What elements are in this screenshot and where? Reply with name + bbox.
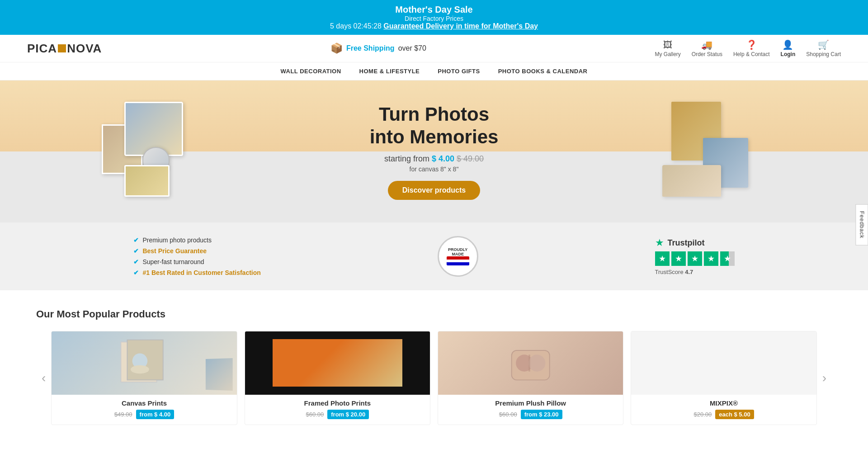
product-name-framed: Framed Photo Prints bbox=[301, 399, 375, 407]
star-1: ★ bbox=[655, 251, 670, 266]
nav-photo-gifts[interactable]: PHOTO GIFTS bbox=[438, 68, 480, 75]
order-status-label: Order Status bbox=[692, 51, 722, 57]
guarantee-link[interactable]: Guaranteed Delivery in time for Mother's… bbox=[383, 22, 538, 30]
nav-home-lifestyle[interactable]: HOME & LIFESTYLE bbox=[359, 68, 420, 75]
logo[interactable]: PICA NOVA bbox=[27, 42, 102, 56]
trustpilot-logo: ★ Trustpilot bbox=[655, 237, 705, 249]
logo-square-icon bbox=[58, 44, 66, 52]
header-nav-my-gallery[interactable]: 🖼 My Gallery bbox=[655, 40, 681, 57]
products-section-title: Our Most Popular Products bbox=[36, 308, 832, 320]
products-grid: Canvas Prints $49.00 from $ 4.00 Framed … bbox=[51, 331, 816, 425]
products-carousel: ‹ Canvas Prints $49.00 from $ 4.00 bbox=[36, 331, 832, 425]
trust-item-price-guarantee: ✔ Best Price Guarantee bbox=[133, 247, 260, 255]
hero-img-book bbox=[124, 165, 170, 197]
product-new-price-pillow: from $ 23.00 bbox=[521, 410, 562, 419]
nav-wall-decoration[interactable]: WALL DECORATION bbox=[280, 68, 341, 75]
logo-text-right: NOVA bbox=[67, 42, 102, 56]
top-banner: Mother's Day Sale Direct Factory Prices … bbox=[0, 0, 868, 35]
product-old-price-pillow: $60.00 bbox=[499, 411, 517, 418]
product-new-price-framed: from $ 20.00 bbox=[327, 410, 369, 419]
countdown-timer: 5 days 02:45:28 bbox=[330, 22, 382, 30]
free-shipping-label: Free Shipping bbox=[346, 44, 395, 52]
hero-canvas-note: for canvas 8" x 8" bbox=[285, 165, 583, 173]
feedback-tab[interactable]: Feedback bbox=[856, 204, 868, 245]
product-card-canvas[interactable]: Canvas Prints $49.00 from $ 4.00 bbox=[51, 331, 237, 425]
svg-rect-7 bbox=[528, 354, 530, 371]
svg-point-3 bbox=[131, 365, 149, 373]
pillow-svg bbox=[457, 338, 604, 388]
sale-subtitle: Direct Factory Prices bbox=[9, 15, 859, 22]
hero-price-new: $ 4.00 bbox=[432, 154, 454, 163]
product-name-canvas: Canvas Prints bbox=[118, 399, 170, 407]
user-icon: 👤 bbox=[782, 39, 793, 50]
check-icon-4: ✔ bbox=[133, 269, 139, 276]
products-section: Our Most Popular Products ‹ Canvas Print… bbox=[0, 290, 868, 443]
trustpilot-star-icon: ★ bbox=[655, 237, 664, 249]
product-new-price-canvas: from $ 4.00 bbox=[136, 410, 175, 419]
hero-section: Turn Photos into Memories starting from … bbox=[0, 80, 868, 222]
hero-collage-right bbox=[662, 102, 771, 201]
proudly-made-badge: PROUDLY MADE★IN THE USA bbox=[438, 236, 478, 277]
hero-left-images bbox=[27, 102, 276, 201]
canvas-svg bbox=[70, 338, 218, 388]
free-shipping-suffix: over $70 bbox=[398, 44, 426, 52]
header-nav: 🖼 My Gallery 🚚 Order Status ❓ Help & Con… bbox=[655, 39, 841, 57]
hero-right-images bbox=[592, 102, 841, 201]
product-old-price-canvas: $49.00 bbox=[114, 411, 132, 418]
truck-icon: 🚚 bbox=[701, 39, 712, 50]
product-prices-canvas: $49.00 from $ 4.00 bbox=[114, 410, 174, 419]
product-card-mixpix[interactable]: MIXPIX® $20.00 each $ 5.00 bbox=[631, 331, 816, 425]
hero-img-roll bbox=[662, 165, 721, 197]
product-img-framed bbox=[245, 331, 430, 395]
product-card-pillow[interactable]: Premium Plush Pillow $60.00 from $ 23.00 bbox=[438, 331, 623, 425]
product-prices-pillow: $60.00 from $ 23.00 bbox=[499, 410, 562, 419]
trust-bar: ✔ Premium photo products ✔ Best Price Gu… bbox=[0, 222, 868, 290]
discover-products-button[interactable]: Discover products bbox=[388, 181, 480, 200]
header-nav-order-status[interactable]: 🚚 Order Status bbox=[692, 39, 722, 57]
star-3: ★ bbox=[688, 251, 702, 266]
nav-photo-books[interactable]: PHOTO BOOKS & CALENDAR bbox=[498, 68, 588, 75]
my-gallery-label: My Gallery bbox=[655, 51, 681, 57]
trustpilot-block: ★ Trustpilot ★ ★ ★ ★ ★ TrustScore 4.7 bbox=[655, 237, 735, 275]
star-5-half: ★ bbox=[720, 251, 735, 266]
header-nav-cart[interactable]: 🛒 Shopping Cart bbox=[806, 39, 841, 57]
product-name-mixpix: MIXPIX® bbox=[706, 399, 741, 407]
trust-item-turnaround: ✔ Super-fast turnaround bbox=[133, 258, 260, 265]
check-icon-2: ✔ bbox=[133, 247, 139, 255]
check-icon-1: ✔ bbox=[133, 236, 139, 244]
header-nav-login[interactable]: 👤 Login bbox=[781, 39, 796, 57]
hero-price-old: $ 49.00 bbox=[457, 154, 484, 163]
hero-price-line: starting from $ 4.00 $ 49.00 bbox=[285, 154, 583, 164]
trustpilot-name: Trustpilot bbox=[668, 238, 705, 248]
header-nav-help[interactable]: ❓ Help & Contact bbox=[733, 39, 770, 57]
trust-list: ✔ Premium photo products ✔ Best Price Gu… bbox=[133, 236, 260, 276]
check-icon-3: ✔ bbox=[133, 258, 139, 265]
star-4: ★ bbox=[704, 251, 718, 266]
trustscore: TrustScore 4.7 bbox=[655, 269, 693, 275]
carousel-arrow-right[interactable]: › bbox=[817, 371, 832, 385]
hero-collage-left bbox=[97, 102, 206, 201]
product-card-framed[interactable]: Framed Photo Prints $60.00 from $ 20.00 bbox=[245, 331, 430, 425]
product-old-price-framed: $60.00 bbox=[306, 411, 324, 418]
trust-item-premium: ✔ Premium photo products bbox=[133, 236, 260, 244]
cart-icon: 🛒 bbox=[818, 39, 829, 50]
countdown-line: 5 days 02:45:28 Guaranteed Delivery in t… bbox=[9, 22, 859, 30]
trust-item-rated: ✔ #1 Best Rated in Customer Satisfaction bbox=[133, 269, 260, 276]
product-prices-framed: $60.00 from $ 20.00 bbox=[306, 410, 369, 419]
product-img-mixpix bbox=[631, 331, 816, 395]
logo-text-left: PICA bbox=[27, 42, 57, 56]
sale-title: Mother's Day Sale bbox=[9, 5, 859, 15]
free-shipping-badge: 📦 Free Shipping over $70 bbox=[330, 43, 426, 54]
product-new-price-mixpix: each $ 5.00 bbox=[715, 410, 754, 419]
carousel-arrow-left[interactable]: ‹ bbox=[36, 371, 51, 385]
product-old-price-mixpix: $20.00 bbox=[693, 411, 712, 418]
product-prices-mixpix: $20.00 each $ 5.00 bbox=[693, 410, 754, 419]
hero-title: Turn Photos into Memories bbox=[285, 103, 583, 149]
star-2: ★ bbox=[671, 251, 686, 266]
gallery-icon: 🖼 bbox=[663, 40, 672, 50]
flag-icon bbox=[447, 256, 469, 265]
free-shipping-icon: 📦 bbox=[330, 43, 343, 54]
product-img-canvas bbox=[52, 331, 236, 395]
frame-inner-img bbox=[273, 339, 402, 387]
help-icon: ❓ bbox=[746, 39, 757, 50]
